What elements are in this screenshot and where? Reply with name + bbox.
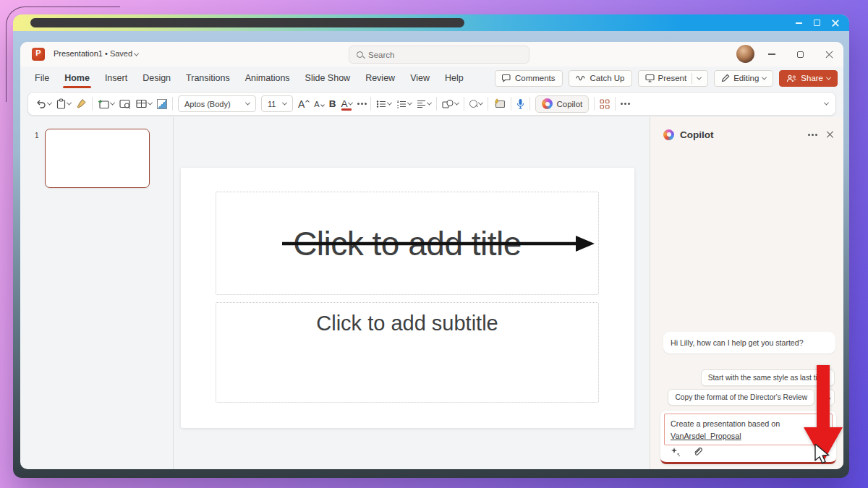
tab-slideshow[interactable]: Slide Show [305,73,351,83]
copilot-menu-icon[interactable] [808,134,810,136]
new-slide-icon [98,99,109,109]
copilot-logo-icon [663,129,674,140]
slide-number: 1 [35,132,39,140]
app-close-icon[interactable] [825,51,833,59]
outer-window: Presentation1 • Saved Search File Home I… [13,14,849,478]
tab-transitions[interactable]: Transitions [186,73,230,83]
grow-font-button[interactable]: A [298,98,309,110]
ribbon-tabs: File Home Insert Design Transitions Anim… [20,68,843,88]
tab-file[interactable]: File [35,73,49,83]
tab-design[interactable]: Design [142,73,171,83]
monitor-icon [645,74,655,82]
undo-icon [35,99,46,109]
chevron-down-icon [407,100,412,106]
font-family-select[interactable]: Aptos (Body) [178,95,256,112]
search-placeholder: Search [368,51,394,59]
dictate-button[interactable] [516,98,524,109]
app-maximize-icon[interactable] [797,51,804,58]
copilot-icon [542,98,553,109]
chevron-down-icon [826,74,831,80]
editing-mode-button[interactable]: Editing [714,70,773,87]
document-title[interactable]: Presentation1 • Saved [54,49,138,58]
numbered-list-icon [396,100,407,108]
chevron-down-icon [427,100,432,106]
slide-thumbnail[interactable] [45,129,150,188]
toolbar-overflow-icon[interactable] [621,103,623,105]
sparkle-icon[interactable] [671,447,681,457]
font-size-value: 11 [268,100,276,108]
chevron-down-icon [148,100,153,106]
share-button[interactable]: Share [779,70,838,87]
table-button[interactable] [136,99,152,108]
title-separator: • [105,49,108,58]
search-icon [357,51,363,58]
title-placeholder[interactable]: Click to add title [216,192,599,295]
tab-review[interactable]: Review [365,73,395,83]
copilot-close-icon[interactable] [826,131,833,138]
chevron-down-icon [762,74,767,80]
undo-button[interactable] [35,99,51,109]
chevron-down-icon [387,100,392,106]
present-button[interactable]: Present [638,70,709,87]
microphone-icon [516,98,524,109]
bullets-button[interactable] [376,100,391,108]
slide-thumbnails-pane: 1 [20,117,174,469]
shape-fill-icon[interactable] [157,99,167,109]
align-button[interactable] [417,100,431,108]
document-name: Presentation1 [54,49,103,58]
save-status: Saved [110,49,132,58]
tab-pill [30,18,464,27]
tab-animations[interactable]: Animations [245,73,290,83]
table-icon [136,99,147,108]
chevron-down-icon [67,100,72,106]
app-minimize-icon[interactable] [768,53,775,55]
suggestion-chip[interactable]: Copy the format of the Director's Review [668,389,814,406]
format-painter-icon [76,98,87,109]
paperclip-icon[interactable] [693,446,702,457]
comments-button[interactable]: Comments [495,70,563,87]
shrink-font-button[interactable]: A [314,100,323,108]
font-size-select[interactable]: 11 [261,95,293,112]
tab-insert[interactable]: Insert [105,73,127,83]
mouse-cursor [814,444,831,464]
subtitle-placeholder[interactable]: Click to add subtitle [216,302,599,403]
shapes-button[interactable] [442,99,459,109]
search-input[interactable]: Search [349,46,529,64]
composer-file-link[interactable]: VanArsdel_Proposal [671,432,741,440]
apps-grid-icon [600,99,610,109]
bold-button[interactable]: B [329,98,336,109]
maximize-icon[interactable] [814,20,820,26]
app-header: Presentation1 • Saved Search [20,42,843,67]
close-icon[interactable] [832,20,839,27]
minimize-icon[interactable] [796,22,802,24]
slide-canvas[interactable]: Click to add title Click to add subtitle [181,168,634,428]
chevron-down-icon [47,100,52,106]
more-font-options-icon[interactable] [357,103,359,105]
comments-icon [502,74,511,82]
new-slide-button[interactable] [98,99,114,109]
addins-button[interactable] [600,99,610,109]
quick-toolbar: Aptos (Body) 11 A A B A [27,92,836,116]
powerpoint-icon [32,48,45,61]
chevron-down-icon [110,100,115,106]
copilot-button[interactable]: Copilot [535,95,589,113]
copilot-greeting-bubble: Hi Lilly, how can I help get you started… [663,332,835,354]
designer-button[interactable] [493,98,506,109]
slide-layout-button[interactable] [119,99,131,109]
chevron-down-icon [134,51,139,56]
ribbon-collapse-icon[interactable] [824,100,829,106]
numbering-button[interactable] [396,100,412,108]
font-family-value: Aptos (Body) [184,100,231,108]
chevron-down-icon [697,74,702,80]
slide-editor: Click to add title Click to add subtitle… [174,117,650,469]
tab-home[interactable]: Home [64,73,90,83]
tab-view[interactable]: View [410,73,430,83]
designer-icon [493,98,506,109]
font-color-button[interactable]: A [341,98,352,109]
find-button[interactable] [469,100,482,108]
format-painter-button[interactable] [76,98,87,109]
tab-help[interactable]: Help [445,73,464,83]
catch-up-button[interactable]: Catch Up [569,70,632,87]
paste-button[interactable] [56,98,71,109]
avatar[interactable] [736,45,754,63]
